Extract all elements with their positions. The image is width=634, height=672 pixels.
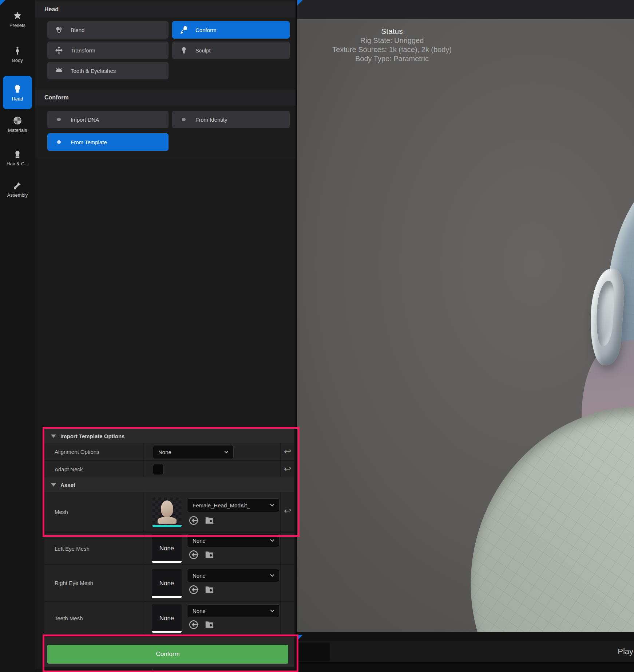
collapse-triangle-icon xyxy=(51,435,56,438)
head-section-header: Head xyxy=(35,1,296,17)
thumbnail-none-label: None xyxy=(159,545,174,552)
mesh-thumbnail[interactable] xyxy=(152,498,182,527)
column-divider xyxy=(280,533,281,634)
mesh-use-selected-button[interactable] xyxy=(188,515,199,526)
left-eye-mesh-dropdown[interactable]: None xyxy=(187,534,280,547)
asset-section-header[interactable]: Asset xyxy=(44,478,294,492)
sidebar-item-assembly[interactable]: Assembly xyxy=(0,181,35,198)
column-divider xyxy=(143,492,144,531)
collapse-triangle-icon xyxy=(51,483,56,487)
mesh-thumbnail-underline xyxy=(152,525,182,527)
sidebar-item-body[interactable]: Body xyxy=(0,46,35,63)
conform-section-title: Conform xyxy=(44,94,69,101)
mesh-thumbnail-head xyxy=(161,500,173,517)
from-template-button[interactable]: From Template xyxy=(47,133,169,151)
body-icon xyxy=(13,46,22,55)
import-template-options-title: Import Template Options xyxy=(60,433,124,439)
bottom-bar-lower-strip xyxy=(297,663,634,672)
thumbnail-none-label: None xyxy=(159,615,174,622)
status-title: Status xyxy=(312,27,472,36)
reset-adapt-neck-button[interactable]: ↩ xyxy=(281,464,294,475)
alignment-options-dropdown[interactable]: None xyxy=(153,445,234,459)
mesh-browse-button[interactable] xyxy=(204,515,215,526)
sculpt-button[interactable]: Sculpt xyxy=(172,42,290,59)
folder-search-icon xyxy=(204,549,215,560)
adapt-neck-checkbox[interactable] xyxy=(153,464,164,475)
play-bar[interactable]: Play xyxy=(297,641,634,663)
adapt-neck-row: Adapt Neck xyxy=(44,461,294,478)
sidebar-item-label: Presets xyxy=(9,23,25,28)
conform-tab-label: Conform xyxy=(195,27,217,33)
thumbnail-underline xyxy=(152,596,182,598)
teeth-browse-button[interactable] xyxy=(204,619,215,630)
status-texture-sources: Texture Sources: 1k (face), 2k (body) xyxy=(312,45,472,54)
import-template-options-header[interactable]: Import Template Options xyxy=(44,429,294,443)
column-divider xyxy=(143,443,144,477)
left-eye-mesh-label: Left Eye Mesh xyxy=(55,533,90,564)
reset-alignment-options-button[interactable]: ↩ xyxy=(281,446,294,457)
reset-mesh-button[interactable]: ↩ xyxy=(281,506,294,516)
mesh-thumbnail-bust xyxy=(158,517,177,524)
sculpt-icon xyxy=(179,45,189,55)
head-section-title: Head xyxy=(44,6,59,13)
sidebar-item-head[interactable]: Head xyxy=(3,76,32,109)
folder-search-icon xyxy=(204,515,215,526)
adapt-neck-label: Adapt Neck xyxy=(55,461,83,478)
sidebar-item-hair-clothing[interactable]: Hair & C... xyxy=(0,149,35,166)
chevron-down-icon xyxy=(223,449,230,455)
viewport-toolbar xyxy=(297,0,634,20)
radio-dot-icon xyxy=(54,137,64,147)
import-dna-label: Import DNA xyxy=(71,117,99,123)
right-eye-browse-button[interactable] xyxy=(204,584,215,595)
radio-dot-icon xyxy=(179,114,189,125)
right-eye-mesh-dropdown[interactable]: None xyxy=(187,569,280,582)
metahuman-creator-window: Presets Body Head Materials xyxy=(0,0,634,672)
use-selected-asset-icon xyxy=(188,515,199,526)
left-eye-browse-button[interactable] xyxy=(204,549,215,560)
right-eye-mesh-thumbnail[interactable]: None xyxy=(152,569,182,598)
teeth-use-selected-button[interactable] xyxy=(188,619,199,630)
teeth-eyelashes-button[interactable]: Teeth & Eyelashes xyxy=(47,62,169,79)
sidebar-item-label: Hair & C... xyxy=(7,161,28,166)
conform-action-button[interactable]: Conform xyxy=(47,645,288,664)
alignment-options-value: None xyxy=(158,449,223,455)
viewport-canvas[interactable]: Status Rig State: Unrigged Texture Sourc… xyxy=(297,19,634,632)
conform-action-label: Conform xyxy=(156,651,179,658)
teeth-mesh-value: None xyxy=(193,608,269,614)
use-selected-asset-icon xyxy=(188,584,199,595)
alignment-options-label: Alignment Options xyxy=(55,443,99,460)
left-eye-mesh-thumbnail[interactable]: None xyxy=(152,534,182,563)
teeth-mesh-label: Teeth Mesh xyxy=(55,602,83,634)
blend-button[interactable]: Blend xyxy=(47,21,169,39)
radio-dot-icon xyxy=(54,114,64,125)
chevron-down-icon xyxy=(269,502,276,508)
asset-section-title: Asset xyxy=(60,482,75,488)
thumbnail-underline xyxy=(152,631,182,633)
folder-search-icon xyxy=(204,619,215,630)
panel-bottom-strip xyxy=(35,669,296,672)
sculpt-button-label: Sculpt xyxy=(195,47,211,54)
conform-tab-button[interactable]: Conform xyxy=(172,21,290,39)
conform-section-header: Conform xyxy=(35,90,296,106)
from-identity-label: From Identity xyxy=(195,117,227,123)
mesh-asset-dropdown[interactable]: Female_Head_ModKit_ xyxy=(187,498,280,512)
bottom-bar-chip[interactable] xyxy=(298,642,330,661)
right-eye-use-selected-button[interactable] xyxy=(188,584,199,595)
assembly-icon xyxy=(13,181,22,190)
viewport-corner-accent xyxy=(297,0,303,5)
from-identity-button[interactable]: From Identity xyxy=(172,111,290,128)
teeth-mesh-thumbnail[interactable]: None xyxy=(152,604,182,633)
use-selected-asset-icon xyxy=(188,619,199,630)
left-eye-use-selected-button[interactable] xyxy=(188,549,199,560)
conform-icon xyxy=(179,25,189,35)
transform-button[interactable]: Transform xyxy=(47,42,169,59)
sidebar-item-materials[interactable]: Materials xyxy=(0,116,35,133)
import-dna-button[interactable]: Import DNA xyxy=(47,111,169,128)
sidebar-item-presets[interactable]: Presets xyxy=(0,11,35,28)
sidebar-item-label: Assembly xyxy=(7,192,28,198)
blend-icon xyxy=(54,25,64,35)
sidebar-item-label: Body xyxy=(12,58,23,63)
teeth-mesh-dropdown[interactable]: None xyxy=(187,604,280,617)
window-corner-accent xyxy=(0,0,5,5)
status-rig-state: Rig State: Unrigged xyxy=(312,36,472,45)
